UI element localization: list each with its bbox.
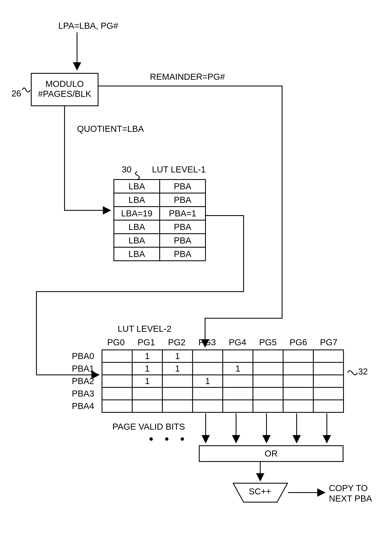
lut2-col-header: PG0 <box>107 337 125 347</box>
lut2-cell <box>283 350 313 362</box>
lut2-cell <box>253 350 283 362</box>
lut2-cell <box>102 362 132 375</box>
lut1-cell-lba: LBA <box>114 193 160 207</box>
lut2-cell <box>223 375 253 387</box>
lut2-cell <box>162 387 193 400</box>
lut2-col-header: PG2 <box>168 337 186 347</box>
lut2-cell <box>223 387 253 400</box>
squiggle-icon <box>347 369 358 377</box>
lut2-cell <box>102 400 132 412</box>
lut2-row-label: PBA1 <box>72 364 94 374</box>
lut2-cell <box>253 400 283 412</box>
lut2-row-label: PBA3 <box>72 389 94 399</box>
lut1-cell-pba: PBA <box>160 193 206 207</box>
lut2-cell <box>102 350 132 362</box>
copy-line1: COPY TO <box>329 483 368 493</box>
lut1-cell-pba: PBA <box>160 179 206 193</box>
page-valid-bits-label: PAGE VALID BITS <box>112 422 185 432</box>
lut2-row-label: PBA0 <box>72 351 94 361</box>
lut2-cell <box>313 350 344 362</box>
lut1-cell-lba: LBA <box>114 220 160 234</box>
squiggle-icon <box>22 86 31 94</box>
lut2-cell <box>193 387 223 400</box>
lut2-cell: 1 <box>193 375 223 387</box>
lut2-col-header: PG5 <box>259 337 277 347</box>
lut2-cell <box>253 387 283 400</box>
lut2-cell <box>313 400 344 412</box>
lut2-cell: 1 <box>132 375 162 387</box>
lut1-cell-pba: PBA <box>160 220 206 234</box>
lut2-col-header: PG4 <box>229 337 246 347</box>
lut2-cell <box>253 375 283 387</box>
lut2-title: LUT LEVEL-2 <box>118 324 171 334</box>
lut2-row-label: PBA4 <box>72 401 94 411</box>
lut2-cell: 1 <box>162 362 193 375</box>
lut1-cell-lba: LBA <box>114 179 160 193</box>
lut2-col-header: PG6 <box>290 337 307 347</box>
lut2-cell <box>283 387 313 400</box>
ref-26: 26 <box>11 88 21 99</box>
lut2-col-header: PG3 <box>198 337 216 347</box>
lut2-cell <box>313 375 344 387</box>
modulo-block: MODULO #PAGES/BLK <box>31 73 98 106</box>
ref-30: 30 <box>122 164 132 174</box>
lut1-cell-pba: PBA <box>160 234 206 247</box>
lut1-cell-pba: PBA=1 <box>160 207 206 220</box>
lut2-cell <box>193 350 223 362</box>
lut1-cell-pba: PBA <box>160 247 206 261</box>
ellipsis-dot <box>165 437 168 441</box>
copy-line2: NEXT PBA <box>329 494 372 504</box>
ref-32: 32 <box>358 366 368 376</box>
lut2-cell <box>253 362 283 375</box>
lut2-cell <box>223 400 253 412</box>
input-label: LPA=LBA, PG# <box>58 21 118 31</box>
lut2-cell: 1 <box>132 350 162 362</box>
lut2-cell <box>162 375 193 387</box>
lut2-cell <box>223 350 253 362</box>
modulo-line2: #PAGES/BLK <box>32 89 98 99</box>
lut2-cell <box>283 362 313 375</box>
lut2-cell <box>283 375 313 387</box>
lut1-table: LBAPBALBAPBALBA=19PBA=1LBAPBALBAPBALBAPB… <box>114 179 206 261</box>
lut2-cell <box>313 362 344 375</box>
lut2-cell: 1 <box>162 350 193 362</box>
ellipsis-dot <box>149 437 153 441</box>
lut2-row-label: PBA2 <box>72 376 94 386</box>
lut2-cell <box>193 362 223 375</box>
lut1-title: LUT LEVEL-1 <box>152 164 206 174</box>
lut1-cell-lba: LBA=19 <box>114 207 160 220</box>
lut2-cell <box>132 387 162 400</box>
lut2-col-header: PG7 <box>320 337 337 347</box>
lut2-cell <box>102 387 132 400</box>
lut1-cell-lba: LBA <box>114 234 160 247</box>
ellipsis-dot <box>181 437 184 441</box>
lut1-cell-lba: LBA <box>114 247 160 261</box>
arrow <box>65 106 110 210</box>
lut2-cell: 1 <box>132 362 162 375</box>
lut2-cell <box>132 400 162 412</box>
sc-label: SC++ <box>249 486 271 496</box>
remainder-label: REMAINDER=PG# <box>150 72 225 82</box>
quotient-label: QUOTIENT=LBA <box>77 124 144 134</box>
lut2-cell <box>313 387 344 400</box>
lut2-col-header: PG1 <box>138 337 155 347</box>
or-block: OR <box>199 445 344 462</box>
lut2-cell <box>162 400 193 412</box>
lut2-table: 1111111 <box>102 350 344 413</box>
lut2-cell <box>283 400 313 412</box>
modulo-line1: MODULO <box>32 79 98 89</box>
lut2-cell <box>193 400 223 412</box>
lut2-cell: 1 <box>223 362 253 375</box>
lut2-cell <box>102 375 132 387</box>
